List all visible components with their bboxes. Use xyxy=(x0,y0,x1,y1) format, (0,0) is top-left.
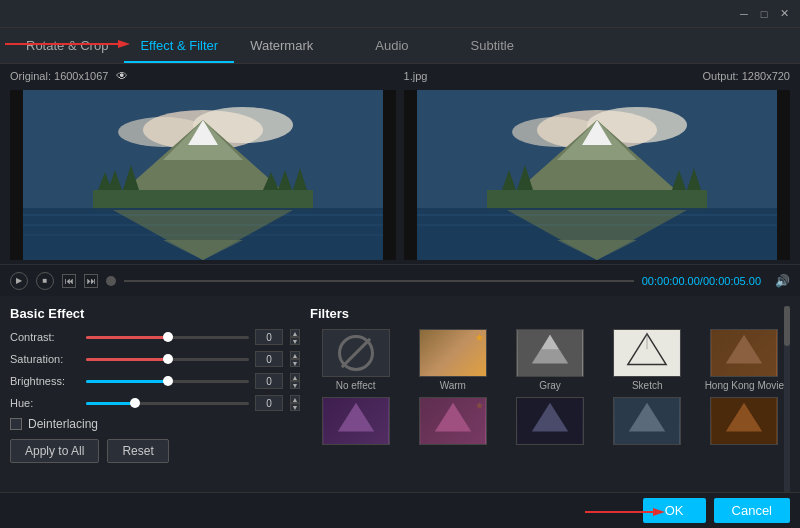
warm-label: Warm xyxy=(440,380,466,391)
deinterlace-row: Deinterlacing xyxy=(10,417,300,431)
contrast-spinner[interactable]: ▲ ▼ xyxy=(290,329,300,345)
brightness-track[interactable] xyxy=(86,380,249,383)
maximize-button[interactable]: □ xyxy=(756,6,772,22)
hue-value-box xyxy=(255,395,283,411)
deinterlace-checkbox[interactable] xyxy=(10,418,22,430)
filter-7[interactable]: ★ xyxy=(407,397,498,448)
filter-10[interactable] xyxy=(699,397,790,448)
filter-sketch[interactable]: Sketch xyxy=(602,329,693,391)
contrast-track[interactable] xyxy=(86,336,249,339)
stop-button[interactable]: ■ xyxy=(36,272,54,290)
reset-button[interactable]: Reset xyxy=(107,439,168,463)
tab-audio[interactable]: Audio xyxy=(359,30,424,63)
saturation-value-box xyxy=(255,351,283,367)
volume-icon[interactable]: 🔊 xyxy=(775,274,790,288)
eye-icon[interactable]: 👁 xyxy=(116,69,128,83)
brightness-value-box xyxy=(255,373,283,389)
hue-row: Hue: ▲ ▼ xyxy=(10,395,300,411)
filter6-thumb xyxy=(322,397,390,445)
gray-thumb xyxy=(516,329,584,377)
hue-value[interactable] xyxy=(255,395,283,411)
annotation-arrow xyxy=(0,36,130,52)
brightness-spinner[interactable]: ▲ ▼ xyxy=(290,373,300,389)
saturation-track[interactable] xyxy=(86,358,249,361)
minimize-button[interactable]: ─ xyxy=(736,6,752,22)
contrast-down[interactable]: ▼ xyxy=(290,337,300,345)
hue-label: Hue: xyxy=(10,397,80,409)
action-buttons: Apply to All Reset xyxy=(10,439,300,463)
filters-scrollbar[interactable] xyxy=(784,306,790,518)
tab-bar: Rotate & Crop Effect & Filter Watermark … xyxy=(0,28,800,64)
brightness-up[interactable]: ▲ xyxy=(290,373,300,381)
video-info-bar: Original: 1600x1067 👁 1.jpg Output: 1280… xyxy=(0,64,800,86)
close-button[interactable]: ✕ xyxy=(776,6,792,22)
filter-no-effect[interactable]: No effect xyxy=(310,329,401,391)
saturation-label: Saturation: xyxy=(10,353,80,365)
effect-panel: Basic Effect Contrast: ▲ ▼ Saturation: xyxy=(10,306,300,518)
cancel-button[interactable]: Cancel xyxy=(714,498,790,523)
svg-rect-9 xyxy=(93,190,313,210)
svg-marker-1 xyxy=(118,40,130,48)
scrollbar-thumb[interactable] xyxy=(784,306,790,346)
deinterlace-label: Deinterlacing xyxy=(28,417,98,431)
time-display: 00:00:00.00/00:00:05.00 xyxy=(642,275,761,287)
no-effect-label: No effect xyxy=(336,380,376,391)
tab-watermark[interactable]: Watermark xyxy=(234,30,329,63)
gray-label: Gray xyxy=(539,380,561,391)
filter10-thumb xyxy=(710,397,778,445)
filter-6[interactable] xyxy=(310,397,401,448)
saturation-down[interactable]: ▼ xyxy=(290,359,300,367)
sketch-label: Sketch xyxy=(632,380,663,391)
filter8-thumb xyxy=(516,397,584,445)
svg-marker-59 xyxy=(653,508,665,516)
brightness-value[interactable] xyxy=(255,373,283,389)
filter-8[interactable] xyxy=(504,397,595,448)
contrast-label: Contrast: xyxy=(10,331,80,343)
contrast-value-box xyxy=(255,329,283,345)
brightness-row: Brightness: ▲ ▼ xyxy=(10,373,300,389)
preview-area xyxy=(0,86,800,264)
hong-kong-thumb xyxy=(710,329,778,377)
filter-9[interactable] xyxy=(602,397,693,448)
hue-up[interactable]: ▲ xyxy=(290,395,300,403)
play-button[interactable]: ▶ xyxy=(10,272,28,290)
controls-bar: ▶ ■ ⏮ ⏭ 00:00:00.00/00:00:05.00 🔊 xyxy=(0,264,800,296)
progress-dot[interactable] xyxy=(106,276,116,286)
saturation-spinner[interactable]: ▲ ▼ xyxy=(290,351,300,367)
filter9-thumb xyxy=(613,397,681,445)
hue-spinner[interactable]: ▲ ▼ xyxy=(290,395,300,411)
brightness-label: Brightness: xyxy=(10,375,80,387)
filters-panel-title: Filters xyxy=(310,306,790,321)
brightness-down[interactable]: ▼ xyxy=(290,381,300,389)
apply-to-all-button[interactable]: Apply to All xyxy=(10,439,99,463)
saturation-up[interactable]: ▲ xyxy=(290,351,300,359)
warm-thumb: ★ xyxy=(419,329,487,377)
warm-star: ★ xyxy=(475,332,484,343)
filters-panel: Filters No effect ★ Warm xyxy=(310,306,790,518)
no-effect-thumb xyxy=(322,329,390,377)
tab-effect-filter[interactable]: Effect & Filter xyxy=(124,30,234,63)
sketch-thumb xyxy=(613,329,681,377)
filter-gray[interactable]: Gray xyxy=(504,329,595,391)
filter-hong-kong[interactable]: Hong Kong Movie xyxy=(699,329,790,391)
hue-track[interactable] xyxy=(86,402,249,405)
progress-bar[interactable] xyxy=(124,280,634,282)
saturation-row: Saturation: ▲ ▼ xyxy=(10,351,300,367)
prev-frame-button[interactable]: ⏮ xyxy=(62,274,76,288)
video-filename: 1.jpg xyxy=(128,70,702,82)
original-preview xyxy=(10,90,396,260)
no-effect-slash xyxy=(340,338,370,368)
filter7-thumb: ★ xyxy=(419,397,487,445)
bottom-action-bar: OK Cancel xyxy=(0,492,800,528)
hue-down[interactable]: ▼ xyxy=(290,403,300,411)
filter-warm[interactable]: ★ Warm xyxy=(407,329,498,391)
contrast-value[interactable] xyxy=(255,329,283,345)
next-frame-button[interactable]: ⏭ xyxy=(84,274,98,288)
saturation-value[interactable] xyxy=(255,351,283,367)
original-resolution: Original: 1600x1067 xyxy=(10,70,108,82)
filters-grid: No effect ★ Warm Gray xyxy=(310,329,790,448)
contrast-up[interactable]: ▲ xyxy=(290,329,300,337)
no-effect-circle xyxy=(338,335,374,371)
tab-subtitle[interactable]: Subtitle xyxy=(455,30,530,63)
contrast-row: Contrast: ▲ ▼ xyxy=(10,329,300,345)
